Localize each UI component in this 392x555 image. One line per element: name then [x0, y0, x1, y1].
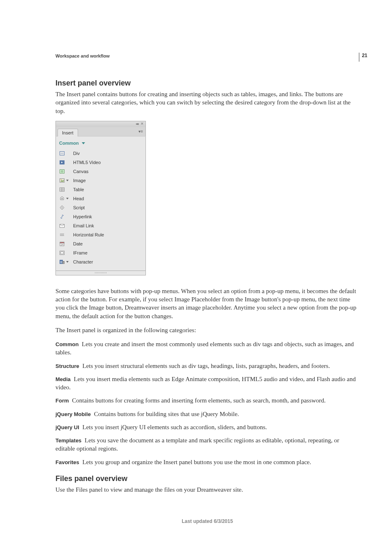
definition-term: jQuery UI — [55, 424, 79, 430]
submenu-caret-icon[interactable] — [66, 198, 69, 199]
para-files-intro: Use the Files panel to view and manage t… — [55, 486, 359, 494]
panel-resize-handle[interactable] — [55, 271, 146, 275]
canvas-icon — [59, 169, 65, 174]
definition-item: Form Contains buttons for creating forms… — [55, 396, 359, 405]
panel-item-head[interactable]: Head — [56, 194, 145, 203]
para-insert-intro: The Insert panel contains buttons for cr… — [55, 90, 359, 115]
panel-category-dropdown[interactable]: Common — [56, 139, 145, 149]
running-header: Workspace and workflow — [55, 53, 359, 58]
panel-item-label: Character — [73, 259, 93, 264]
panel-category-label: Common — [59, 141, 79, 146]
panel-item-script[interactable]: Script — [56, 203, 145, 212]
panel-item-label: Hyperlink — [73, 214, 92, 219]
panel-item-char[interactable]: Character — [56, 257, 145, 266]
panel-titlebar: ◂◂ ✕ — [55, 121, 146, 127]
panel-close-icon[interactable]: ✕ — [141, 122, 144, 126]
panel-item-label: Canvas — [73, 169, 88, 174]
panel-item-hr[interactable]: Horizontal Rule — [56, 230, 145, 239]
definition-term: Structure — [55, 363, 79, 369]
panel-flyout-menu-icon[interactable]: ▾≡ — [138, 129, 143, 134]
definition-text: Lets you group and organize the Insert p… — [81, 459, 311, 465]
submenu-caret-icon[interactable] — [66, 261, 69, 263]
panel-tab-insert[interactable]: Insert — [58, 129, 78, 136]
date-icon — [59, 241, 65, 247]
panel-item-label: Image — [73, 178, 86, 183]
definition-item: Structure Lets you insert structural ele… — [55, 362, 359, 370]
panel-item-label: Horizontal Rule — [73, 232, 104, 237]
panel-tab-label: Insert — [62, 130, 74, 135]
panel-item-hyper[interactable]: Hyperlink — [56, 212, 145, 221]
page-number-rule — [359, 53, 360, 62]
panel-item-label: Head — [73, 196, 84, 201]
panel-item-label: Div — [73, 151, 80, 156]
definition-item: jQuery UI Lets you insert jQuery UI elem… — [55, 423, 359, 431]
panel-item-image[interactable]: Image — [56, 176, 145, 185]
submenu-caret-icon[interactable] — [66, 180, 69, 181]
definition-text: Contains buttons for creating forms and … — [71, 397, 326, 404]
heading-files-panel-overview: Files panel overview — [55, 474, 359, 483]
script-icon — [59, 205, 65, 210]
definition-text: Lets you save the document as a template… — [55, 437, 339, 452]
footer-last-updated: Last updated 6/3/2015 — [55, 518, 359, 524]
panel-item-label: Date — [73, 241, 83, 246]
definition-text: Lets you insert jQuery UI elements such … — [81, 424, 267, 430]
para-popup-menus: Some categories have buttons with pop-up… — [55, 287, 359, 320]
definition-text: Lets you create and insert the most comm… — [55, 341, 354, 356]
definition-text: Lets you insert media elements such as E… — [55, 376, 356, 391]
definition-item: Media Lets you insert media elements suc… — [55, 375, 359, 392]
panel-body: Common DivHTML5 VideoCanvasImageTableHea… — [55, 136, 146, 271]
panel-item-date[interactable]: Date — [56, 239, 145, 248]
email-icon — [59, 223, 65, 229]
html5v-icon — [59, 160, 65, 165]
para-categories-intro: The Insert panel is organized in the fol… — [55, 326, 359, 334]
definition-item: Templates Lets you save the document as … — [55, 436, 359, 453]
panel-item-label: Script — [73, 205, 85, 210]
panel-item-label: Table — [73, 187, 84, 192]
definition-term: Common — [55, 341, 78, 347]
page-number: 21 — [362, 53, 367, 58]
panel-collapse-icon[interactable]: ◂◂ — [136, 122, 138, 126]
panel-item-label: HTML5 Video — [73, 160, 101, 165]
heading-insert-panel-overview: Insert panel overview — [55, 79, 359, 88]
insert-panel-figure: ◂◂ ✕ Insert ▾≡ Common DivHTML5 VideoCanv… — [55, 121, 146, 275]
panel-item-div[interactable]: Div — [56, 149, 145, 158]
resize-grip-icon — [95, 272, 106, 273]
table-icon — [59, 187, 65, 192]
panel-item-canvas[interactable]: Canvas — [56, 167, 145, 176]
definition-term: jQuery Mobile — [55, 411, 91, 417]
definition-term: Form — [55, 398, 69, 404]
panel-item-label: IFrame — [73, 250, 88, 255]
hyper-icon — [59, 214, 65, 220]
div-icon — [59, 150, 65, 156]
page-number-bar: 21 — [359, 53, 367, 62]
definition-term: Favorites — [55, 459, 79, 465]
panel-item-email[interactable]: Email Link — [56, 221, 145, 230]
panel-item-iframe[interactable]: IFrame — [56, 248, 145, 257]
definition-text: Contains buttons for building sites that… — [92, 411, 239, 417]
definition-term: Media — [55, 376, 71, 382]
panel-tab-strip: Insert ▾≡ — [55, 127, 146, 136]
char-icon — [59, 259, 65, 265]
hr-icon — [59, 232, 65, 238]
dropdown-caret-icon — [82, 142, 85, 144]
definition-term: Templates — [55, 437, 81, 444]
panel-item-html5v[interactable]: HTML5 Video — [56, 158, 145, 167]
definition-item: jQuery Mobile Contains buttons for build… — [55, 410, 359, 418]
iframe-icon — [59, 250, 65, 256]
definition-item: Common Lets you create and insert the mo… — [55, 340, 359, 357]
head-icon — [59, 196, 65, 201]
definition-text: Lets you insert structural elements such… — [81, 363, 330, 369]
panel-item-label: Email Link — [73, 223, 94, 228]
panel-item-table[interactable]: Table — [56, 185, 145, 194]
image-icon — [59, 178, 65, 183]
definition-item: Favorites Lets you group and organize th… — [55, 458, 359, 466]
